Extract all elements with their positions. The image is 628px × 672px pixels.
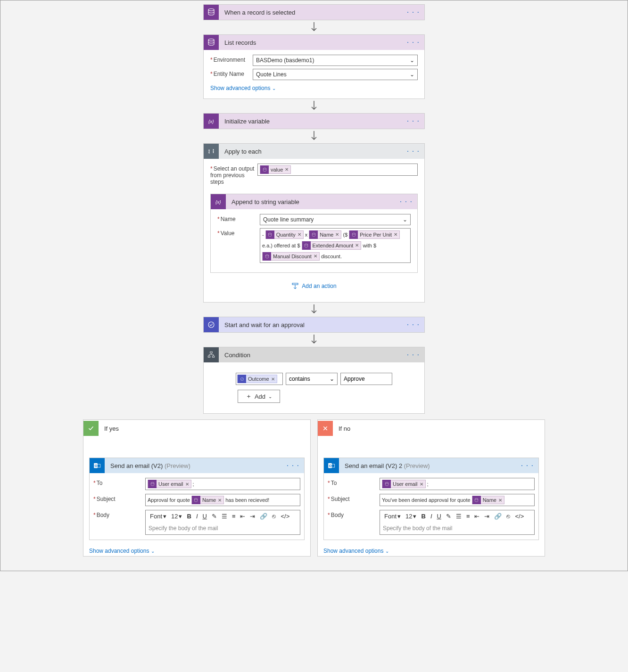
underline-button[interactable]: U <box>200 513 209 520</box>
step-menu[interactable]: · · · <box>407 351 420 359</box>
step-append-string[interactable]: {x} Append to string variable · · · Name… <box>210 194 418 273</box>
numbered-button[interactable]: ≡ <box>230 513 238 520</box>
token-extended[interactable]: Extended Amount✕ <box>302 241 362 250</box>
size-select[interactable]: 12 ▾ <box>403 513 419 520</box>
token-remove[interactable]: ✕ <box>218 498 223 503</box>
token-name[interactable]: Name✕ <box>309 230 341 239</box>
italic-button[interactable]: I <box>194 513 200 520</box>
step-send-email-no[interactable]: O Send an email (V2) 2 (Preview) · · · T… <box>323 458 539 540</box>
highlight-button[interactable]: ✎ <box>444 513 454 520</box>
indent-button[interactable]: ⇥ <box>248 513 257 520</box>
body-input[interactable]: Specify the body of the mail <box>145 522 300 535</box>
token-remove[interactable]: ✕ <box>185 482 191 487</box>
underline-button[interactable]: U <box>435 513 444 520</box>
svg-rect-14 <box>212 356 215 357</box>
font-select[interactable]: Font ▾ <box>148 513 169 520</box>
condition-left[interactable]: Outcome✕ <box>236 373 283 385</box>
show-advanced-link[interactable]: Show advanced options⌄ <box>83 544 160 556</box>
outdent-button[interactable]: ⇤ <box>472 513 482 520</box>
code-button[interactable]: </> <box>512 513 526 520</box>
name-select[interactable]: Quote line summary⌄ <box>260 214 411 225</box>
token-remove[interactable]: ✕ <box>355 241 361 250</box>
step-title: Append to string variable <box>231 198 299 205</box>
svg-text:{x}: {x} <box>208 119 214 124</box>
add-action-button[interactable]: Add an action <box>210 276 418 295</box>
svg-point-24 <box>385 482 388 484</box>
condition-operator-select[interactable]: contains⌄ <box>286 373 338 385</box>
unlink-button[interactable]: ⎋ <box>270 513 278 520</box>
token-remove[interactable]: ✕ <box>420 482 425 487</box>
value-input[interactable]: - Quantity✕ x Name✕ ($ Price Per Unit✕ e… <box>260 228 411 263</box>
token-remove[interactable]: ✕ <box>297 230 303 239</box>
token-price[interactable]: Price Per Unit✕ <box>349 230 400 239</box>
token-remove[interactable]: ✕ <box>394 230 399 239</box>
size-select[interactable]: 12 ▾ <box>169 513 184 520</box>
link-button[interactable]: 🔗 <box>257 513 270 520</box>
step-condition[interactable]: Condition · · · Outcome✕ contains⌄ Appro… <box>203 347 425 414</box>
show-advanced-link[interactable]: Show advanced options⌄ <box>318 544 395 556</box>
font-select[interactable]: Font ▾ <box>382 513 403 520</box>
token-discount[interactable]: Manual Discount✕ <box>262 252 320 261</box>
step-menu[interactable]: · · · <box>407 38 420 47</box>
add-condition-button[interactable]: ＋Add⌄ <box>238 390 280 403</box>
svg-rect-10 <box>292 283 298 285</box>
condition-value-input[interactable]: Approve <box>340 373 392 385</box>
step-menu[interactable]: · · · <box>407 8 420 16</box>
to-input[interactable]: User email✕ ; <box>380 478 535 490</box>
bullets-button[interactable]: ☰ <box>454 513 464 520</box>
link-button[interactable]: 🔗 <box>492 513 504 520</box>
label-to: To <box>93 478 145 486</box>
svg-point-20 <box>195 498 198 500</box>
step-menu[interactable]: · · · <box>407 147 420 156</box>
step-send-email-yes[interactable]: O Send an email (V2) (Preview) · · · To … <box>89 458 305 540</box>
token-user-email[interactable]: User email✕ <box>148 480 191 488</box>
step-trigger[interactable]: When a record is selected · · · <box>203 4 425 20</box>
step-menu[interactable]: · · · <box>287 461 299 470</box>
step-apply-to-each[interactable]: Apply to each · · · Select an output fro… <box>203 143 425 303</box>
token-remove[interactable]: ✕ <box>498 498 504 503</box>
step-menu[interactable]: · · · <box>407 320 420 329</box>
entity-select[interactable]: Quote Lines⌄ <box>253 69 418 80</box>
token-name[interactable]: Name✕ <box>472 496 504 504</box>
code-button[interactable]: </> <box>278 513 292 520</box>
token-name[interactable]: Name✕ <box>191 496 224 504</box>
label-value: Value <box>217 228 260 237</box>
bold-button[interactable]: B <box>184 513 193 520</box>
token-remove[interactable]: ✕ <box>271 377 277 382</box>
branch-no: If no O Send an email (V2) 2 (Preview) ·… <box>317 419 545 557</box>
step-approval[interactable]: Start and wait for an approval · · · <box>203 317 425 333</box>
to-input[interactable]: User email✕ ; <box>145 478 300 490</box>
subject-input[interactable]: Approval for quote Name✕ has been reciev… <box>145 494 300 506</box>
italic-button[interactable]: I <box>428 513 435 520</box>
token-user-email[interactable]: User email✕ <box>382 480 426 488</box>
token-remove[interactable]: ✕ <box>285 165 290 174</box>
svg-point-9 <box>265 254 268 256</box>
indent-button[interactable]: ⇥ <box>482 513 492 520</box>
step-menu[interactable]: · · · <box>400 197 413 206</box>
label-subject: Subject <box>328 494 380 502</box>
token-quantity[interactable]: Quantity✕ <box>265 230 304 239</box>
svg-rect-18 <box>98 464 100 467</box>
step-menu[interactable]: · · · <box>407 117 420 125</box>
body-input[interactable]: Specify the body of the mail <box>380 522 535 535</box>
token-remove[interactable]: ✕ <box>314 252 319 261</box>
token-remove[interactable]: ✕ <box>335 230 341 239</box>
token-outcome[interactable]: Outcome✕ <box>237 375 277 383</box>
show-advanced-link[interactable]: Show advanced options⌄ <box>210 85 276 91</box>
subject-input[interactable]: You've been denied approval for quote Na… <box>380 494 535 506</box>
outdent-button[interactable]: ⇤ <box>238 513 248 520</box>
step-list-records[interactable]: List records · · · Environment BASDemo (… <box>203 34 425 99</box>
environment-select[interactable]: BASDemo (basdemo1)⌄ <box>253 55 418 66</box>
step-init-variable[interactable]: {x} Initialize variable · · · <box>203 113 425 129</box>
token-value[interactable]: value✕ <box>260 165 291 174</box>
bullets-button[interactable]: ☰ <box>219 513 230 520</box>
unlink-button[interactable]: ⎋ <box>504 513 512 520</box>
highlight-button[interactable]: ✎ <box>209 513 219 520</box>
bold-button[interactable]: B <box>419 513 428 520</box>
variable-icon: {x} <box>211 194 226 209</box>
step-title: Condition <box>224 352 250 359</box>
add-action-icon <box>291 282 299 290</box>
output-input[interactable]: value✕ <box>257 164 418 176</box>
numbered-button[interactable]: ≡ <box>464 513 472 520</box>
step-menu[interactable]: · · · <box>521 461 534 470</box>
